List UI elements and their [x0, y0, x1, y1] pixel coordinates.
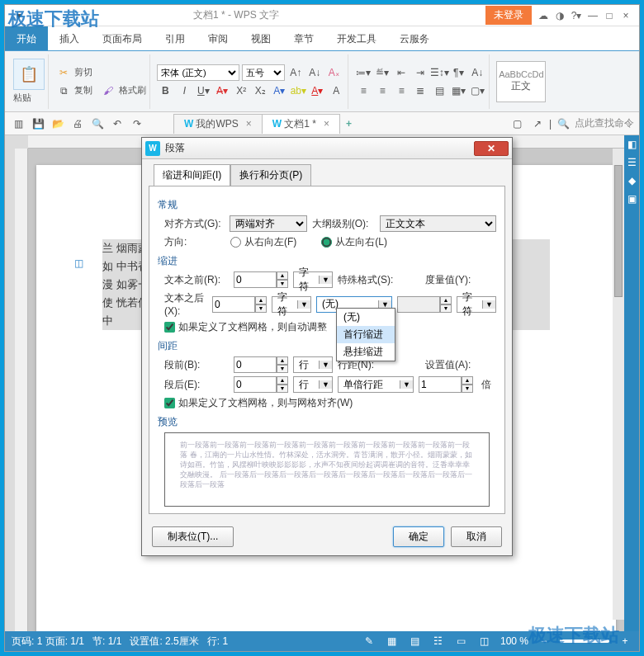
- outline-select[interactable]: 正文文本: [380, 215, 496, 232]
- bullets-icon[interactable]: ≔▾: [355, 64, 372, 81]
- align-center-icon[interactable]: ≡: [374, 83, 391, 99]
- search-placeholder[interactable]: 点此查找命令: [575, 116, 634, 130]
- chevron-down-icon[interactable]: ▼: [319, 361, 332, 369]
- align-left-icon[interactable]: ≡: [355, 83, 372, 99]
- unit-line-combo[interactable]: 行▼: [293, 376, 333, 393]
- font-effect-icon[interactable]: A▾: [271, 83, 287, 99]
- ok-button[interactable]: 确定: [393, 526, 444, 547]
- pane-nav-icon[interactable]: ▣: [627, 193, 637, 205]
- pane-style-icon[interactable]: ◧: [627, 139, 637, 150]
- tab-mywps[interactable]: W 我的WPS ×: [173, 114, 263, 134]
- menu-pagelayout[interactable]: 页面布局: [91, 26, 154, 50]
- maximize-icon[interactable]: □: [601, 10, 618, 21]
- tab-close-icon[interactable]: ×: [324, 118, 329, 130]
- help-icon[interactable]: ?▾: [568, 10, 585, 21]
- spellcheck-icon[interactable]: ✎: [362, 634, 376, 649]
- redo-icon[interactable]: ↷: [129, 116, 145, 132]
- format-painter-icon[interactable]: 🖌: [100, 83, 116, 99]
- style-preview[interactable]: AaBbCcDd 正文: [496, 61, 546, 102]
- cloud-icon[interactable]: ☁: [535, 10, 552, 21]
- new-tab-button[interactable]: +: [339, 116, 358, 132]
- view-read-icon[interactable]: ▭: [454, 634, 469, 649]
- dropdown-item-hanging[interactable]: 悬挂缩进: [337, 343, 395, 361]
- spinner[interactable]: ▲▼: [440, 296, 452, 313]
- dialog-close-button[interactable]: ✕: [474, 141, 509, 156]
- italic-icon[interactable]: I: [176, 83, 192, 99]
- menu-cloud[interactable]: 云服务: [388, 26, 441, 50]
- close-icon[interactable]: ×: [618, 10, 634, 21]
- save-icon[interactable]: 💾: [30, 116, 46, 132]
- search-icon[interactable]: 🔍: [555, 116, 571, 132]
- preview-icon[interactable]: 🔍: [89, 116, 106, 132]
- line-spacing-icon[interactable]: ☰↕▾: [431, 64, 447, 81]
- view-fullscreen-icon[interactable]: ◫: [477, 634, 492, 649]
- reveal-icon[interactable]: ¶▾: [450, 64, 466, 81]
- minimize-icon[interactable]: —: [585, 10, 601, 21]
- unit-char-combo[interactable]: 字符▼: [272, 296, 311, 313]
- highlight-icon[interactable]: ab▾: [290, 83, 306, 99]
- font-color-icon[interactable]: A▾: [309, 83, 325, 99]
- unit-char-combo[interactable]: 字符▼: [293, 271, 333, 288]
- line-spacing-combo[interactable]: 单倍行距▼: [338, 376, 414, 393]
- tab-close-icon[interactable]: ×: [246, 118, 252, 130]
- chevron-down-icon[interactable]: ▼: [319, 380, 332, 389]
- cut-icon[interactable]: ✂: [55, 64, 72, 81]
- popup-icon[interactable]: ↗: [529, 116, 546, 132]
- text-before-input[interactable]: [234, 271, 277, 288]
- vertical-ruler[interactable]: [15, 149, 28, 631]
- bold-icon[interactable]: B: [157, 83, 173, 99]
- dialog-tab-pagebreak[interactable]: 换行和分页(P): [230, 164, 311, 186]
- font-name-select[interactable]: 宋体 (正文): [157, 64, 239, 81]
- menu-reference[interactable]: 引用: [154, 26, 197, 50]
- radio-ltr[interactable]: 从左向右(L): [321, 235, 387, 249]
- unit-char-combo[interactable]: 字符▼: [457, 296, 496, 313]
- view-print-icon[interactable]: ▦: [385, 634, 400, 649]
- pane-select-icon[interactable]: ☰: [627, 157, 637, 168]
- view-web-icon[interactable]: ☷: [431, 634, 446, 649]
- superscript-icon[interactable]: X²: [233, 83, 249, 99]
- align-distribute-icon[interactable]: ▤: [431, 83, 447, 99]
- open-icon[interactable]: 📂: [50, 116, 66, 132]
- cancel-button[interactable]: 取消: [451, 526, 502, 547]
- indent-inc-icon[interactable]: ⇥: [412, 64, 429, 81]
- undo-icon[interactable]: ↶: [109, 116, 125, 132]
- decrease-font-icon[interactable]: A↓: [306, 64, 323, 81]
- view-outline-icon[interactable]: ▤: [408, 634, 423, 649]
- increase-font-icon[interactable]: A↑: [287, 64, 304, 81]
- chevron-down-icon[interactable]: ▼: [400, 380, 413, 389]
- unit-line-combo[interactable]: 行▼: [293, 356, 333, 373]
- set-value-input[interactable]: [419, 376, 462, 393]
- copy-icon[interactable]: ⧉: [55, 83, 72, 99]
- underline-icon[interactable]: U▾: [195, 83, 211, 99]
- alignment-select[interactable]: 两端对齐: [230, 215, 307, 232]
- window-icon[interactable]: ▢: [509, 116, 526, 132]
- print-icon[interactable]: 🖨: [69, 116, 86, 132]
- spinner[interactable]: ▲▼: [462, 376, 473, 393]
- before-para-input[interactable]: [234, 356, 277, 373]
- text-after-input[interactable]: [212, 296, 255, 313]
- scrollbar-thumb[interactable]: [614, 165, 623, 297]
- paste-button[interactable]: 📋: [13, 59, 45, 90]
- vertical-scrollbar[interactable]: [613, 149, 624, 620]
- numbering-icon[interactable]: ≝▾: [374, 64, 391, 81]
- after-para-input[interactable]: [234, 376, 277, 393]
- font-size-select[interactable]: 五号: [242, 64, 285, 81]
- char-border-icon[interactable]: A: [328, 83, 344, 99]
- checkbox-snap-grid[interactable]: 如果定义了文档网格，则与网格对齐(W): [164, 396, 353, 410]
- align-justify-icon[interactable]: ≣: [412, 83, 429, 99]
- strikethrough-icon[interactable]: A̶▾: [214, 83, 230, 99]
- borders-icon[interactable]: ▢▾: [469, 83, 485, 99]
- login-button[interactable]: 未登录: [485, 6, 532, 25]
- sort-icon[interactable]: A↓: [469, 64, 485, 81]
- chevron-down-icon[interactable]: ▼: [378, 300, 391, 309]
- measure-input[interactable]: [397, 296, 440, 313]
- indent-dec-icon[interactable]: ⇤: [393, 64, 410, 81]
- subscript-icon[interactable]: X₂: [252, 83, 268, 99]
- shading-icon[interactable]: ▦▾: [450, 83, 466, 99]
- zoom-in-icon[interactable]: +: [618, 634, 632, 649]
- radio-rtl[interactable]: 从右向左(F): [230, 235, 296, 249]
- chevron-down-icon[interactable]: ▼: [482, 300, 495, 309]
- menu-chapter[interactable]: 章节: [282, 26, 325, 50]
- new-icon[interactable]: ▥: [10, 116, 26, 132]
- dropdown-item-firstline[interactable]: 首行缩进: [337, 326, 395, 343]
